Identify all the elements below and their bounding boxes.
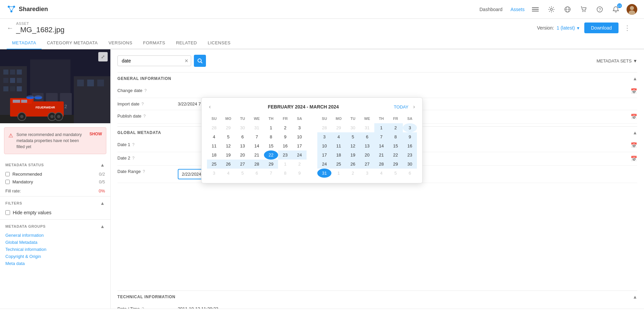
mar-day-17[interactable]: 17 (317, 150, 331, 160)
feb-day-18[interactable]: 18 (207, 150, 221, 160)
mar-day-28-prev[interactable]: 28 (317, 123, 331, 132)
assets-link[interactable]: Assets (511, 7, 525, 12)
metadata-sets-button[interactable]: METADATA SETS ▼ (596, 58, 637, 63)
group-copyright-origin[interactable]: Copyright & Origin (5, 253, 105, 260)
feb-day-11[interactable]: 11 (207, 141, 221, 150)
feb-day-28[interactable]: 28 (250, 160, 264, 169)
feb-day-19[interactable]: 19 (221, 150, 235, 160)
technical-info-collapse-icon[interactable]: ▲ (633, 294, 637, 300)
group-general-information[interactable]: General information (5, 232, 105, 239)
feb-day-9-next[interactable]: 9 (292, 169, 307, 178)
mar-day-3b[interactable]: 3 (317, 132, 331, 141)
version-chevron-icon[interactable]: ▼ (576, 26, 580, 31)
version-link[interactable]: 1 (latest) (556, 25, 575, 31)
mar-day-3[interactable]: 3 (403, 123, 417, 132)
feb-day-12[interactable]: 12 (221, 141, 235, 150)
mar-day-29-prev[interactable]: 29 (331, 123, 345, 132)
hide-empty-checkbox[interactable] (5, 210, 10, 215)
group-meta-data[interactable]: Meta data (5, 260, 105, 267)
feb-day-14[interactable]: 14 (250, 141, 264, 150)
change-date-help-icon[interactable]: ? (144, 88, 147, 93)
feb-day-7[interactable]: 7 (250, 132, 264, 141)
mandatory-label[interactable]: Mandatory (5, 179, 33, 184)
cart-icon-btn[interactable] (578, 4, 589, 15)
date1-help-icon[interactable]: ? (132, 142, 135, 147)
mar-day-24[interactable]: 24 (317, 160, 331, 169)
mar-day-31-prev[interactable]: 31 (360, 123, 374, 132)
feb-day-2-next[interactable]: 2 (292, 160, 307, 169)
feb-day-4[interactable]: 4 (207, 132, 221, 141)
datetime-help-icon[interactable]: ? (142, 307, 144, 309)
mar-day-23[interactable]: 23 (403, 150, 417, 160)
feb-day-3[interactable]: 3 (292, 123, 307, 132)
download-button[interactable]: Download (584, 23, 619, 33)
global-metadata-collapse-icon[interactable]: ▲ (633, 130, 637, 135)
mar-day-1-next[interactable]: 1 (331, 169, 345, 178)
warning-show-button[interactable]: SHOW (90, 132, 102, 136)
search-input[interactable] (117, 55, 191, 66)
feb-day-20[interactable]: 20 (235, 150, 250, 160)
mar-day-31[interactable]: 31 (317, 169, 331, 178)
metadata-status-chevron[interactable]: ▲ (100, 162, 105, 168)
feb-day-31-prev[interactable]: 31 (250, 123, 264, 132)
mar-day-9[interactable]: 9 (403, 132, 417, 141)
mar-day-22[interactable]: 22 (388, 150, 402, 160)
date-range-help-icon[interactable]: ? (143, 169, 145, 174)
date2-help-icon[interactable]: ? (132, 156, 135, 161)
feb-day-6-next[interactable]: 6 (250, 169, 264, 178)
feb-day-27[interactable]: 27 (235, 160, 250, 169)
globe-icon-btn[interactable] (562, 4, 573, 15)
mar-day-14[interactable]: 14 (374, 141, 388, 150)
import-date-help-icon[interactable]: ? (142, 102, 144, 106)
mar-day-19[interactable]: 19 (346, 150, 360, 160)
feb-day-26[interactable]: 26 (221, 160, 235, 169)
metadata-groups-chevron[interactable]: ▲ (100, 224, 105, 229)
publish-date-help-icon[interactable]: ? (144, 114, 146, 119)
mar-day-20[interactable]: 20 (360, 150, 374, 160)
tab-related[interactable]: RELATED (171, 37, 203, 49)
calendar-prev-button[interactable]: ‹ (207, 103, 213, 110)
feb-day-24[interactable]: 24 (292, 150, 307, 160)
logo[interactable]: Sharedien (7, 5, 48, 14)
mar-day-12[interactable]: 12 (346, 141, 360, 150)
change-date-calendar-icon[interactable]: 📅 (631, 88, 637, 94)
mar-day-10[interactable]: 10 (317, 141, 331, 150)
mar-day-1[interactable]: 1 (374, 123, 388, 132)
mar-day-30[interactable]: 30 (403, 160, 417, 169)
tab-versions[interactable]: VERSIONS (103, 37, 138, 49)
feb-day-5-next[interactable]: 5 (235, 169, 250, 178)
feb-day-28-prev[interactable]: 28 (207, 123, 221, 132)
feb-day-23[interactable]: 23 (278, 150, 292, 160)
mar-day-25[interactable]: 25 (331, 160, 345, 169)
feb-day-16[interactable]: 16 (278, 141, 292, 150)
notification-icon-btn[interactable]: 22 (610, 4, 621, 15)
feb-day-13[interactable]: 13 (235, 141, 250, 150)
feb-day-7-next[interactable]: 7 (264, 169, 278, 178)
mar-day-2[interactable]: 2 (388, 123, 402, 132)
mar-day-16[interactable]: 16 (403, 141, 417, 150)
mar-day-6-next[interactable]: 6 (403, 169, 417, 178)
feb-day-5[interactable]: 5 (221, 132, 235, 141)
feb-day-17[interactable]: 17 (292, 141, 307, 150)
settings-icon-btn[interactable] (546, 4, 557, 15)
feb-day-1[interactable]: 1 (264, 123, 278, 132)
publish-date-calendar-icon[interactable]: 📅 (631, 114, 637, 120)
mar-day-15[interactable]: 15 (388, 141, 402, 150)
feb-day-1-next[interactable]: 1 (278, 160, 292, 169)
search-button[interactable] (194, 55, 206, 67)
more-options-icon[interactable]: ⋮ (624, 24, 631, 32)
calendar-today-button[interactable]: TODAY (394, 104, 409, 109)
tab-formats[interactable]: FORMATS (138, 37, 171, 49)
tab-licenses[interactable]: LICENSES (202, 37, 236, 49)
mar-day-26[interactable]: 26 (346, 160, 360, 169)
mar-day-13[interactable]: 13 (360, 141, 374, 150)
tab-metadata[interactable]: METADATA (7, 37, 42, 49)
mar-day-21[interactable]: 21 (374, 150, 388, 160)
mar-day-5[interactable]: 5 (346, 132, 360, 141)
general-info-collapse-icon[interactable]: ▲ (633, 76, 637, 81)
recommended-label[interactable]: Recommended (5, 172, 42, 177)
feb-day-10[interactable]: 10 (292, 132, 307, 141)
group-global-metadata[interactable]: Global Metadata (5, 239, 105, 246)
date2-calendar-icon[interactable]: 📅 (631, 155, 637, 162)
feb-day-25[interactable]: 25 (207, 160, 221, 169)
